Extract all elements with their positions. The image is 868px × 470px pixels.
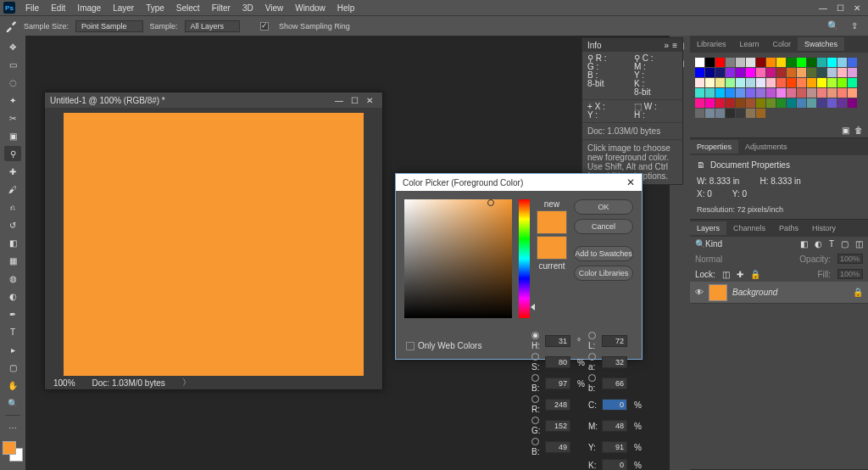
menu-window[interactable]: Window: [290, 2, 331, 14]
menu-select[interactable]: Select: [171, 2, 205, 14]
swatch[interactable]: [715, 68, 725, 77]
swatch[interactable]: [797, 68, 806, 77]
a-radio[interactable]: [588, 353, 596, 361]
a-input[interactable]: [602, 356, 627, 368]
quick-select-tool[interactable]: ✦: [4, 92, 21, 108]
bb-radio[interactable]: [588, 374, 596, 382]
crop-tool[interactable]: ✂: [4, 110, 21, 126]
swatch[interactable]: [766, 58, 776, 67]
swatch[interactable]: [787, 78, 796, 87]
swatch[interactable]: [705, 68, 715, 77]
swatch[interactable]: [756, 109, 765, 118]
panel-menu-icon[interactable]: ≡: [672, 41, 677, 50]
swatch[interactable]: [766, 68, 776, 77]
swatch[interactable]: [715, 88, 725, 98]
swatch[interactable]: [787, 68, 796, 77]
filter-smart-icon[interactable]: ◫: [855, 239, 863, 249]
menu-help[interactable]: Help: [332, 2, 360, 14]
menu-view[interactable]: View: [260, 2, 289, 14]
opacity-input[interactable]: [837, 254, 863, 264]
swatch[interactable]: [807, 88, 816, 98]
swatch[interactable]: [827, 58, 837, 67]
filter-image-icon[interactable]: ◧: [800, 239, 808, 249]
swatch[interactable]: [726, 78, 735, 87]
frame-tool[interactable]: ▣: [4, 128, 21, 143]
swatch[interactable]: [756, 78, 765, 87]
collapse-icon[interactable]: »: [665, 41, 670, 50]
swatch[interactable]: [807, 98, 816, 108]
sample-select[interactable]: All Layers: [185, 20, 241, 32]
swatch[interactable]: [715, 109, 725, 118]
swatch[interactable]: [746, 58, 755, 67]
swatch[interactable]: [695, 68, 704, 77]
hue-arrow[interactable]: [531, 304, 535, 311]
tab-learn[interactable]: Learn: [733, 37, 766, 51]
swatch[interactable]: [695, 88, 704, 98]
shape-tool[interactable]: ▢: [4, 360, 21, 375]
swatch[interactable]: [695, 78, 704, 87]
swatch[interactable]: [848, 68, 857, 77]
swatch[interactable]: [766, 98, 776, 108]
canvas[interactable]: [64, 113, 364, 376]
r-radio[interactable]: [531, 395, 539, 403]
ok-button[interactable]: OK: [574, 199, 633, 215]
swatch[interactable]: [787, 88, 796, 98]
swatch[interactable]: [736, 78, 745, 87]
g-radio[interactable]: [531, 417, 539, 424]
swatch[interactable]: [827, 88, 837, 98]
swatch[interactable]: [797, 98, 806, 108]
visibility-icon[interactable]: 👁: [695, 288, 704, 297]
swatch[interactable]: [797, 78, 806, 87]
search-icon[interactable]: 🔍: [827, 20, 839, 31]
current-color-swatch[interactable]: [537, 236, 567, 260]
swatch[interactable]: [726, 88, 735, 98]
swatch[interactable]: [705, 109, 715, 118]
swatch[interactable]: [736, 68, 745, 77]
bv-radio[interactable]: [531, 374, 539, 382]
eraser-tool[interactable]: ◧: [4, 235, 21, 250]
doc-maximize[interactable]: ☐: [347, 96, 362, 105]
swatch[interactable]: [817, 78, 826, 87]
swatch[interactable]: [837, 68, 847, 77]
swatch[interactable]: [807, 58, 816, 67]
eyedropper-tool[interactable]: ⚲: [4, 146, 21, 161]
swatch[interactable]: [776, 78, 786, 87]
show-ring-checkbox[interactable]: [260, 22, 269, 31]
swatches-grid[interactable]: [690, 53, 868, 123]
cancel-button[interactable]: Cancel: [574, 219, 633, 234]
swatch[interactable]: [817, 88, 826, 98]
hand-tool[interactable]: ✋: [4, 378, 21, 393]
h-input[interactable]: [545, 335, 570, 347]
zoom-tool[interactable]: 🔍: [4, 395, 21, 411]
swatch[interactable]: [817, 68, 826, 77]
swatch[interactable]: [827, 78, 837, 87]
swatch[interactable]: [787, 98, 796, 108]
swatch[interactable]: [746, 88, 755, 98]
swatch[interactable]: [766, 78, 776, 87]
swatch[interactable]: [736, 58, 745, 67]
tab-libraries[interactable]: Libraries: [690, 37, 733, 51]
document-titlebar[interactable]: Untitled-1 @ 100% (RGB/8#) * — ☐ ✕: [45, 92, 382, 108]
blur-tool[interactable]: ◍: [4, 271, 21, 286]
swatch[interactable]: [705, 58, 715, 67]
layer-name[interactable]: Background: [732, 288, 777, 297]
tab-paths[interactable]: Paths: [772, 221, 805, 235]
blend-mode[interactable]: Normal: [695, 255, 722, 264]
swatch[interactable]: [705, 98, 715, 108]
hue-slider[interactable]: [519, 199, 530, 318]
status-chevron-icon[interactable]: 〉: [182, 377, 191, 389]
y-input[interactable]: [602, 441, 627, 453]
menu-filter[interactable]: Filter: [207, 2, 236, 14]
swatch[interactable]: [746, 98, 755, 108]
menu-3d[interactable]: 3D: [237, 2, 259, 14]
web-colors-checkbox[interactable]: Only Web Colors: [406, 341, 481, 350]
swatch[interactable]: [797, 58, 806, 67]
pen-tool[interactable]: ✒: [4, 306, 21, 322]
swatch[interactable]: [848, 98, 857, 108]
menu-file[interactable]: File: [20, 2, 44, 14]
swatch[interactable]: [848, 58, 857, 67]
swatch[interactable]: [695, 58, 704, 67]
brush-tool[interactable]: 🖌: [4, 182, 21, 197]
swatch[interactable]: [776, 68, 786, 77]
foreground-color-well[interactable]: [3, 441, 16, 455]
